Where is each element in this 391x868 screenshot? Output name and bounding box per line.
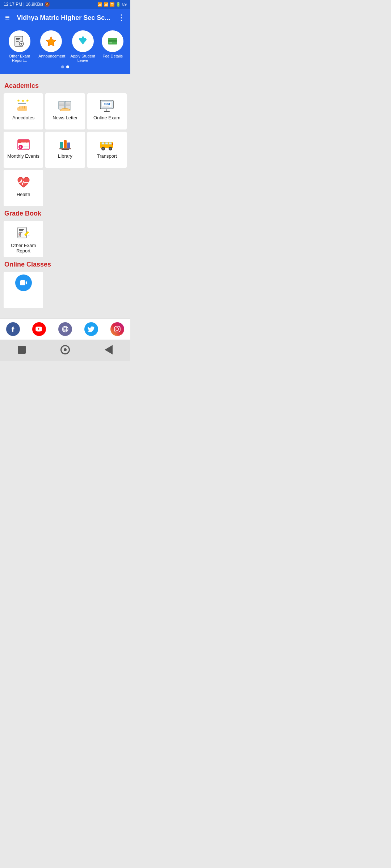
carousel-icon-announcement: [40, 30, 62, 52]
newsletter-icon: [57, 98, 73, 113]
svg-marker-15: [17, 99, 20, 102]
status-bar: 12:17 PM | 16.9KB/s 🔕 📶 📶 🛜 🔋89: [0, 0, 130, 9]
svg-marker-7: [46, 37, 56, 46]
transport-label: Transport: [97, 153, 117, 159]
svg-rect-35: [104, 111, 110, 112]
exam-report-label: Other Exam Report: [6, 243, 41, 254]
nav-circle-icon: [60, 345, 70, 354]
library-icon: [57, 137, 73, 151]
academics-row-3: Health: [4, 170, 127, 206]
carousel-items: Other Exam Report... Announcement Apply …: [0, 30, 130, 63]
academics-item-transport[interactable]: Transport: [87, 132, 127, 168]
svg-rect-12: [108, 40, 117, 42]
anecdotes-label: Anecdotes: [12, 115, 34, 120]
grade-book-items: Other Exam Report: [4, 221, 127, 257]
svg-rect-63: [19, 232, 22, 233]
carousel-label-student-leave: Apply Student Leave: [70, 54, 96, 63]
academics-item-library[interactable]: Library: [45, 132, 85, 168]
social-bar: [0, 318, 130, 340]
library-label: Library: [58, 153, 72, 159]
online-classes-items: [4, 272, 127, 308]
svg-point-58: [110, 148, 112, 150]
academics-item-anecdotes[interactable]: Anecdotes: [4, 93, 43, 129]
carousel-dot-2[interactable]: [66, 65, 69, 68]
status-time-network: 12:17 PM | 16.9KB/s 🔕: [4, 2, 50, 7]
grade-book-item-exam-report[interactable]: Other Exam Report: [4, 221, 43, 257]
svg-rect-62: [19, 230, 23, 231]
svg-point-75: [119, 327, 119, 328]
academics-item-online-exam[interactable]: TEST Online Exam: [87, 93, 127, 129]
more-options-icon[interactable]: ⋮: [117, 13, 125, 22]
svg-marker-16: [21, 99, 24, 102]
svg-text:TEST: TEST: [104, 103, 111, 105]
online-exam-icon: TEST: [99, 98, 115, 113]
grade-book-section: Grade Book: [4, 210, 127, 257]
main-content: Academics: [0, 74, 130, 315]
svg-rect-1: [16, 38, 20, 39]
menu-icon[interactable]: ≡: [5, 13, 10, 22]
monthly-events-icon: Month 1: [16, 137, 31, 151]
carousel-dot-1[interactable]: [61, 65, 64, 68]
carousel-label-fee-details: Fee Details: [102, 54, 123, 58]
svg-rect-65: [19, 235, 21, 237]
nav-back-button[interactable]: [59, 343, 72, 356]
facebook-icon[interactable]: [6, 322, 20, 336]
academics-item-newsletter[interactable]: News Letter: [45, 93, 85, 129]
nav-triangle-icon: [105, 345, 113, 354]
anecdotes-icon: [16, 98, 31, 113]
svg-marker-9: [79, 39, 87, 44]
carousel-icon-exam-report: [9, 30, 30, 52]
svg-point-56: [102, 148, 104, 150]
svg-rect-3: [16, 41, 19, 42]
academics-row-1: Anecdotes: [4, 93, 127, 129]
app-header: ≡ Vidhya Matric Higher Sec Sc... ⋮: [0, 9, 130, 27]
newsletter-label: News Letter: [52, 115, 77, 120]
online-classes-item-zoom[interactable]: [4, 272, 43, 308]
carousel-label-exam-report: Other Exam Report...: [7, 54, 32, 63]
svg-rect-46: [64, 140, 67, 148]
online-classes-section: Online Classes: [4, 261, 127, 308]
svg-rect-59: [112, 143, 113, 145]
nav-recent-button[interactable]: [102, 343, 115, 356]
website-icon[interactable]: [58, 322, 72, 336]
svg-marker-67: [28, 234, 29, 236]
carousel-icon-student-leave: [72, 30, 94, 52]
academics-item-health[interactable]: Health: [4, 170, 43, 206]
svg-rect-13: [109, 42, 112, 43]
svg-rect-10: [82, 37, 84, 39]
svg-marker-17: [26, 99, 29, 102]
svg-rect-53: [105, 142, 108, 144]
svg-rect-61: [19, 229, 24, 230]
youtube-icon[interactable]: [32, 322, 46, 336]
academics-item-monthly-events[interactable]: Month 1 Monthly Events: [4, 132, 43, 168]
svg-rect-54: [109, 142, 112, 144]
twitter-icon[interactable]: [84, 322, 98, 336]
nav-home-button[interactable]: [15, 343, 28, 356]
academics-section: Academics: [4, 82, 127, 206]
svg-rect-49: [62, 149, 69, 150]
carousel-icon-fee-details: [102, 30, 123, 52]
academics-title: Academics: [4, 82, 127, 90]
instagram-icon[interactable]: [110, 322, 124, 336]
header-title: Vidhya Matric Higher Sec Sc...: [10, 14, 117, 22]
monthly-events-label: Monthly Events: [7, 153, 39, 159]
svg-text:Month: Month: [21, 141, 29, 144]
carousel-item-announcement[interactable]: Announcement: [38, 30, 64, 63]
online-exam-label: Online Exam: [93, 115, 120, 120]
carousel-item-student-leave[interactable]: Apply Student Leave: [70, 30, 96, 63]
status-indicators: 📶 📶 🛜 🔋89: [97, 2, 127, 7]
svg-rect-2: [16, 39, 20, 40]
svg-rect-45: [60, 142, 63, 148]
academics-row-2: Month 1 Monthly Events: [4, 132, 127, 168]
svg-text:1: 1: [20, 146, 21, 148]
carousel-item-exam-report[interactable]: Other Exam Report...: [7, 30, 32, 63]
health-icon: [16, 175, 31, 190]
exam-report-icon: [16, 226, 31, 241]
grade-book-title: Grade Book: [4, 210, 127, 217]
carousel-item-fee-details[interactable]: Fee Details: [102, 30, 123, 63]
online-classes-title: Online Classes: [4, 261, 127, 268]
svg-rect-47: [67, 142, 70, 148]
svg-rect-52: [102, 142, 104, 144]
svg-rect-14: [18, 103, 26, 104]
carousel-dots: [0, 65, 130, 68]
